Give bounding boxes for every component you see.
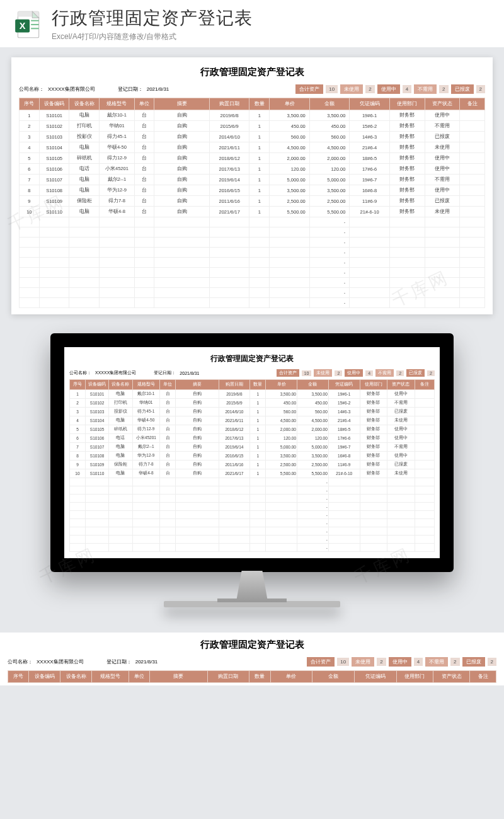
- stat-scrap-value: 2: [476, 85, 485, 93]
- cell-dept: 财务部: [360, 399, 387, 408]
- cell-price: 3,500.00: [270, 110, 310, 121]
- cell-empty: [39, 278, 69, 288]
- cell-empty: [350, 238, 390, 248]
- page-title: 行政管理固定资产登记表: [52, 6, 491, 30]
- cell-empty: [266, 536, 297, 544]
- cell-model: 华硕4-8: [132, 469, 160, 478]
- cell-summary: 自购: [154, 185, 209, 196]
- cell-empty: [266, 544, 297, 552]
- cell-date: 2021/6/17: [209, 207, 249, 217]
- table-row-empty: -: [70, 527, 435, 536]
- cell-empty: [70, 495, 86, 503]
- cell-empty: [270, 238, 310, 248]
- date-label: 登记日期：: [154, 370, 176, 376]
- cell-date: 2016/6/15: [209, 185, 249, 196]
- cell-amount: 4,500.00: [297, 416, 329, 425]
- cell-price: 2,000.00: [270, 153, 310, 164]
- cell-empty: [387, 486, 415, 495]
- cell-unit: 台: [160, 416, 176, 425]
- cell-price: 560.00: [266, 408, 297, 416]
- cell-empty: [415, 527, 434, 536]
- cell-empty: [160, 544, 176, 552]
- cell-empty: [70, 486, 86, 495]
- cell-empty: [389, 298, 425, 308]
- stat-total-label: 合计资产: [295, 84, 323, 94]
- cell-code: S10110: [39, 207, 69, 217]
- company-value: XXXXX集团有限公司: [95, 370, 136, 376]
- cell-empty: [69, 217, 100, 227]
- cell-remark: [415, 425, 434, 434]
- cell-empty: [70, 527, 86, 536]
- cell-amount: 2,500.00: [297, 461, 329, 469]
- cell-qty: 1: [249, 207, 270, 217]
- cell-seq: 6: [20, 164, 40, 175]
- cell-empty: [270, 288, 310, 298]
- sheet-preview-monitor: 行政管理固定资产登记表 公司名称： XXXXX集团有限公司 登记日期： 2021…: [64, 347, 440, 558]
- cell-status: 未使用: [425, 142, 460, 153]
- cell-model: 华为12-9: [132, 452, 160, 461]
- cell-empty: [250, 503, 266, 511]
- cell-model: 小米45201: [132, 434, 160, 443]
- cell-qty: 1: [250, 452, 266, 461]
- cell-date: 2018/6/12: [219, 425, 250, 434]
- cell-dept: 财务部: [389, 207, 425, 217]
- cell-empty: [425, 217, 460, 227]
- cell-empty: [160, 511, 176, 519]
- cell-empty: [266, 503, 297, 511]
- excel-icon: X: [13, 9, 44, 40]
- cell-empty: [39, 258, 69, 268]
- sheet-preview-floating: 行政管理固定资产登记表 公司名称： XXXXX集团有限公司 登记日期： 2021…: [11, 57, 493, 314]
- stat-unused-label: 未使用: [314, 369, 332, 377]
- cell-date: 2021/6/11: [209, 142, 249, 153]
- cell-empty: [328, 495, 360, 503]
- cell-dept: 财务部: [360, 461, 387, 469]
- cell-empty: [20, 248, 40, 258]
- column-header: 设备名称: [69, 98, 100, 110]
- cell-qty: 1: [249, 132, 270, 142]
- cell-dept: 财务部: [360, 434, 387, 443]
- cell-empty: [460, 227, 485, 238]
- cell-empty: [85, 495, 108, 503]
- cell-empty: -: [309, 238, 350, 248]
- cell-empty: [85, 511, 108, 519]
- company-label: 公司名称：: [8, 658, 33, 665]
- cell-remark: [415, 452, 434, 461]
- column-header: 数量: [249, 98, 270, 110]
- cell-summary: 自购: [154, 196, 209, 207]
- cell-qty: 1: [250, 408, 266, 416]
- table-row: 7S10107电脑戴尔2--1台自购2019/6/1415,000.005,00…: [70, 443, 435, 452]
- cell-empty: [100, 227, 135, 238]
- cell-status: 使用中: [387, 390, 415, 399]
- cell-unit: 台: [134, 142, 154, 153]
- cell-empty: [39, 268, 69, 278]
- cell-empty: [39, 298, 69, 308]
- cell-qty: 1: [249, 153, 270, 164]
- cell-empty: [100, 258, 135, 268]
- cell-empty: [85, 536, 108, 544]
- cell-name: 电脑: [69, 207, 100, 217]
- cell-empty: [209, 288, 249, 298]
- cell-code: S10105: [85, 425, 108, 434]
- cell-empty: [250, 495, 266, 503]
- cell-empty: -: [297, 536, 329, 544]
- cell-model: 得力45-1: [132, 408, 160, 416]
- cell-empty: [154, 217, 209, 227]
- cell-amount: 450.00: [309, 121, 350, 132]
- cell-seq: 7: [70, 443, 86, 452]
- cell-unit: 台: [134, 207, 154, 217]
- cell-empty: [132, 544, 160, 552]
- cell-empty: [328, 544, 360, 552]
- cell-empty: [389, 278, 425, 288]
- cell-voucher: 21#6-4: [350, 142, 390, 153]
- column-header: 备注: [470, 671, 496, 683]
- cell-qty: 1: [250, 416, 266, 425]
- cell-empty: [360, 519, 387, 527]
- cell-unit: 台: [160, 452, 176, 461]
- cell-code: S10109: [39, 196, 69, 207]
- column-header: 规格型号: [100, 98, 135, 110]
- cell-empty: [70, 503, 86, 511]
- asset-table: 序号设备编码设备名称规格型号单位摘要购置日期数量单价金额凭证编码使用部门资产状态…: [19, 98, 485, 308]
- cell-summary: 自购: [154, 175, 209, 185]
- cell-name: 电脑: [69, 142, 100, 153]
- column-header: 设备编码: [39, 98, 69, 110]
